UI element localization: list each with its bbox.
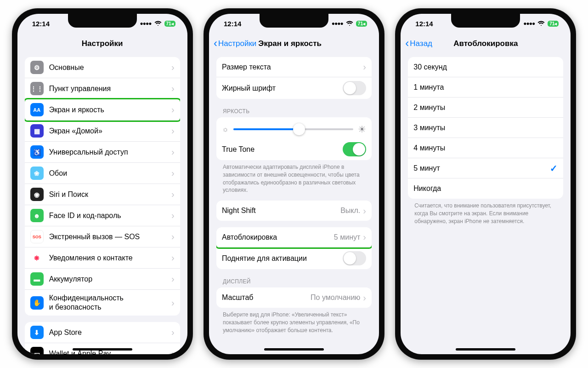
row-label: Основные [49,63,169,72]
battery-icon: ▬ [30,272,44,286]
autolock-option-0[interactable]: 30 секунд [408,57,563,77]
exposure-icon: ❋ [30,251,44,264]
chevron-right-icon: › [171,104,175,115]
row-label: Конфиденциальностьи безопасность [49,293,169,312]
option-label: 5 минут [413,164,550,173]
settings-row-exposure[interactable]: ❋Уведомления о контакте› [25,247,180,269]
raise-to-wake-toggle[interactable] [343,251,366,265]
settings-row-battery[interactable]: ▬Аккумулятор› [25,269,180,290]
bold-text-row[interactable]: Жирный шрифт [216,77,372,99]
siri-icon: ◉ [30,188,44,201]
settings-row-home-screen[interactable]: ▦Экран «Домой»› [25,121,180,142]
row-label: Обои [49,169,169,178]
settings-row-control-center[interactable]: ⋮⋮Пункт управления› [25,78,180,99]
nav-bar: ‹ Настройки Экран и яркость [209,33,379,54]
chevron-right-icon: › [171,231,175,242]
chevron-right-icon: › [171,298,175,308]
brightness-header: ЯРКОСТЬ [223,108,372,115]
settings-row-siri[interactable]: ◉Siri и Поиск› [25,184,180,205]
display-icon: AA [30,103,44,116]
settings-row-sos[interactable]: SOSЭкстренный вызов — SOS› [25,226,180,247]
row-label: Аккумулятор [49,275,169,284]
bold-text-toggle[interactable] [343,81,366,95]
autolock-option-4[interactable]: 4 минуты [408,138,563,158]
status-time: 12:14 [415,20,433,28]
signal-icon: ●●●● [523,20,535,27]
autolock-option-6[interactable]: Никогда [408,178,563,199]
home-indicator[interactable] [73,348,132,351]
display-zoom-row[interactable]: Масштаб По умолчанию › [216,288,372,308]
row-label: Экран и яркость [49,105,169,115]
wifi-icon [346,21,353,26]
battery-icon: 71◂ [164,21,175,27]
battery-icon: 71◂ [356,21,367,27]
autolock-option-1[interactable]: 1 минута [408,77,563,98]
row-label: Siri и Поиск [49,190,169,199]
option-label: 2 минуты [413,103,558,112]
display-header: ДИСПЛЕЙ [223,278,372,285]
back-button[interactable]: ‹ Настройки [214,39,256,49]
signal-icon: ●●●● [140,20,152,27]
option-label: 4 минуты [413,144,558,153]
phone-2: 12:14 ●●●● 71◂ ‹ Настройки Экран и яркос… [204,8,384,360]
settings-list[interactable]: ⚙Основные›⋮⋮Пункт управления›AAЭкран и я… [17,54,187,354]
status-time: 12:14 [224,20,241,28]
autolock-option-3[interactable]: 3 минуты [408,118,563,138]
settings-row-appstore[interactable]: ⬇App Store› [25,322,180,343]
settings-row-general[interactable]: ⚙Основные› [25,57,180,78]
option-label: 30 секунд [413,63,558,72]
autolock-option-2[interactable]: 2 минуты [408,98,563,118]
autolock-option-5[interactable]: 5 минут✓ [408,158,563,178]
brightness-slider[interactable] [233,128,353,130]
auto-lock-row[interactable]: Автоблокировка 5 минут › [216,227,372,247]
chevron-right-icon: › [363,293,366,303]
home-indicator[interactable] [456,348,515,351]
row-label: Уведомления о контакте [49,253,169,263]
wifi-icon [154,21,162,26]
chevron-right-icon: › [171,327,175,338]
true-tone-toggle[interactable] [343,142,366,156]
settings-row-faceid[interactable]: ☻Face ID и код-пароль› [25,205,180,226]
row-label: Универсальный доступ [49,148,169,157]
true-tone-row[interactable]: True Tone [216,138,372,160]
chevron-right-icon: › [363,62,366,72]
autolock-footer: Считается, что внимание пользователя при… [414,202,558,225]
text-size-row[interactable]: Размер текста › [216,57,372,77]
accessibility-icon: ♿ [30,145,44,159]
settings-row-wallpaper[interactable]: ❀Обои› [25,163,180,184]
row-label: Экстренный вызов — SOS [49,232,169,242]
home-screen-icon: ▦ [30,124,44,138]
raise-to-wake-row[interactable]: Поднятие для активации [216,247,372,269]
wallpaper-icon: ❀ [30,167,44,180]
settings-row-accessibility[interactable]: ♿Универсальный доступ› [25,142,180,163]
chevron-right-icon: › [171,83,175,94]
chevron-right-icon: › [363,206,366,216]
phone-3: 12:14 ●●●● 71◂ ‹ Назад Автоблокировка 30… [395,8,576,360]
wallet-icon: ▭ [30,347,44,354]
settings-row-privacy[interactable]: ✋Конфиденциальностьи безопасность› [25,290,180,316]
chevron-right-icon: › [363,232,366,242]
chevron-right-icon: › [171,62,175,73]
faceid-icon: ☻ [30,209,44,222]
chevron-left-icon: ‹ [405,38,409,49]
row-label: App Store [49,328,169,337]
brightness-slider-row: ☼ ☀ [216,117,372,138]
chevron-right-icon: › [171,253,175,263]
option-label: 3 минуты [413,123,558,132]
chevron-right-icon: › [171,147,175,157]
privacy-icon: ✋ [30,296,44,310]
chevron-right-icon: › [171,274,175,284]
settings-row-display[interactable]: AAЭкран и яркость› [25,99,180,121]
night-shift-row[interactable]: Night Shift Выкл. › [216,201,372,221]
row-label: Face ID и код-пароль [49,211,169,220]
battery-icon: 71◂ [548,21,559,27]
signal-icon: ●●●● [332,20,343,27]
wifi-icon [537,21,545,26]
notch [451,14,520,28]
back-button[interactable]: ‹ Назад [405,39,432,49]
notch [68,14,137,28]
chevron-right-icon: › [171,348,175,354]
chevron-right-icon: › [171,168,175,178]
home-indicator[interactable] [264,348,324,351]
phone-1: 12:14 ●●●● 71◂ Настройки ⚙Основные›⋮⋮Пун… [12,8,193,360]
